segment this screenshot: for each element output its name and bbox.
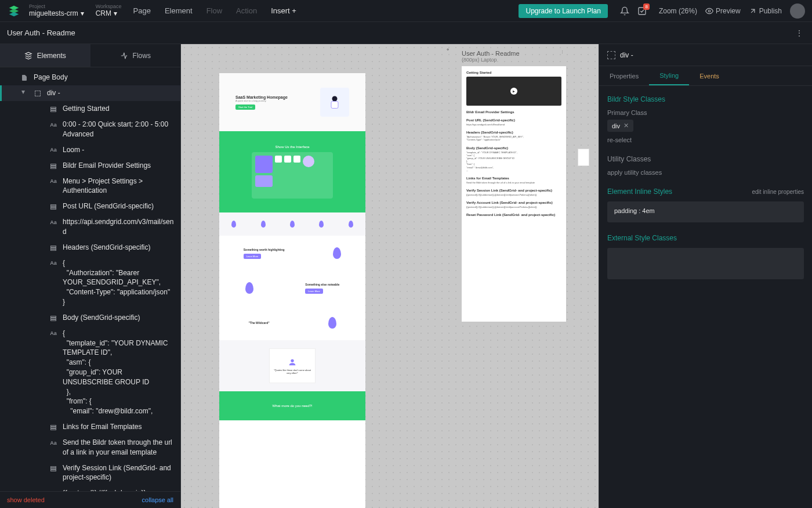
tree-item[interactable]: ▾div - [0,85,180,101]
tree-item[interactable]: Aa0:00 - 2:00 Quick start; 2:00 - 5:00 A… [0,117,180,142]
footer-cta: What more do you need?! [219,391,365,420]
right-tabs: Properties Styling Events [599,66,812,86]
tree-label: Send the Bildr token through the url of … [63,438,175,457]
readme-h7: Verify Session Link (SendGrid- and proje… [466,189,561,192]
tree-item[interactable]: Headers (SendGrid-specific) [0,240,180,255]
inline-link[interactable]: edit inline properties [752,189,804,195]
tree-label: Bildr Email Provider Settings [63,161,175,171]
tree-item[interactable]: Aahttps://api.sendgrid.com/v3/mail/send [0,214,180,240]
inline-styles-box[interactable]: padding : 4em [607,201,804,222]
section-icon [49,202,58,211]
svg-rect-17 [51,425,56,426]
more-icon[interactable]: ⋮ [793,27,805,39]
text-icon: Aa [49,218,58,227]
chevron-down-icon: ▾ [114,9,117,17]
tab-events[interactable]: Events [689,66,730,85]
move-handle-icon[interactable]: ✥ [447,48,449,51]
readme-video: ▶ [466,77,561,106]
styling-panel: Bildr Style Classes Primary Class div✕ r… [599,86,812,508]
project-selector[interactable]: Project migueltests-crm▾ [29,4,84,17]
tab-elements[interactable]: Elements [0,44,90,67]
tree-item[interactable]: Aa{ "template_id": "YOUR DYNAMIC TEMPLAT… [0,326,180,419]
tree-item[interactable]: Aa{{protocol}}://{{subdomain}}.{{domain}… [0,485,180,491]
upgrade-button[interactable]: Upgrade to Launch Plan [519,4,607,18]
workspace-selector[interactable]: Workspace CRM▾ [96,4,122,17]
preview-button[interactable]: Preview [705,7,741,15]
preview-label: Preview [716,7,741,15]
tree-label: Body (SendGrid-specific) [63,313,175,323]
remove-class-icon[interactable]: ✕ [624,122,629,129]
left-tabs: Elements Flows [0,44,180,67]
reselect-link[interactable]: re-select [607,136,804,143]
element-tree[interactable]: Page Body▾div -Getting StartedAa0:00 - 2… [0,67,180,491]
element-icon [607,51,615,59]
collapse-all-link[interactable]: collapse all [142,496,173,503]
svg-rect-18 [51,427,56,428]
svg-rect-3 [51,109,56,110]
artboard-more-icon[interactable]: ⋮ [561,50,564,53]
readme-h6: Links for Email Templates [466,176,561,180]
tree-label: 0:00 - 2:00 Quick start; 2:00 - 5:00 Adv… [63,120,175,139]
hero-cta: Start the Trial [235,105,255,110]
tab-flows[interactable]: Flows [90,44,181,67]
publish-label: Publish [759,7,782,15]
readme-h2: Bildr Email Provider Settings [466,110,561,114]
tree-item[interactable]: Page Body [0,70,180,85]
tree-item[interactable]: Post URL (SendGrid-specific) [0,199,180,214]
svg-rect-13 [51,249,56,250]
external-heading: External Style Classes [607,234,804,242]
section-icon [49,243,58,253]
readme-h4: Headers (SendGrid-specific) [466,131,561,134]
zoom-label[interactable]: Zoom (26%) [659,7,697,15]
tree-item[interactable]: AaSend the Bildr token through the url o… [0,435,180,460]
show-deleted-link[interactable]: show deleted [7,496,45,503]
tab-flows-label: Flows [133,52,151,60]
tree-item[interactable]: Getting Started [0,101,180,117]
tree-item[interactable]: AaLoom - [0,142,180,158]
workspace-name: CRM [96,9,111,17]
menu-page[interactable]: Page [133,6,151,15]
left-panel: Elements Flows Page Body▾div -Getting St… [0,44,181,508]
bell-icon[interactable] [616,2,633,20]
selection-header: div - [599,44,812,66]
tree-item[interactable]: Bildr Email Provider Settings [0,158,180,174]
check-icon[interactable]: 8 [633,2,651,20]
mini-artboard[interactable] [578,149,589,166]
tab-properties[interactable]: Properties [599,66,649,85]
tree-item[interactable]: AaMenu > Project Settings > Authenticati… [0,174,180,199]
svg-rect-4 [51,111,56,112]
avatar[interactable] [790,3,805,19]
svg-point-1 [708,10,710,12]
svg-rect-30 [331,102,338,109]
publish-button[interactable]: Publish [749,7,782,15]
svg-rect-14 [51,316,56,317]
menu-insert[interactable]: Insert + [271,6,296,15]
menu-element[interactable]: Element [165,6,193,15]
artboard-readme[interactable]: ✥ User Auth - Readme (800px) Laptop ⋮ Ge… [462,66,566,322]
tree-item[interactable]: Aa{ "Authorization": "Bearer YOUR_SENDGR… [0,255,180,310]
workspace-label: Workspace [96,4,122,9]
app-logo-icon[interactable] [7,4,21,18]
page-title: User Auth - Readme [7,28,75,37]
quote-text: "Quotes like these don't come about very… [272,369,313,374]
menu-flow[interactable]: Flow [206,6,222,15]
tab-styling[interactable]: Styling [649,66,689,85]
utility-link[interactable]: apply utility classes [607,169,804,176]
svg-rect-21 [51,468,56,469]
svg-rect-8 [51,205,56,206]
canvas[interactable]: SaaS Marketing Homepage A quick start to… [181,44,599,508]
tree-label: Page Body [34,73,175,82]
menu-action[interactable]: Action [236,6,257,15]
section-icon [49,314,58,323]
artboard-main[interactable]: SaaS Marketing Homepage A quick start to… [219,73,365,508]
tree-item[interactable]: Links for Email Templates [0,419,180,435]
caret-icon[interactable]: ▾ [21,88,28,95]
tree-footer: show deleted collapse all [0,491,180,508]
tree-item[interactable]: Body (SendGrid-specific) [0,310,180,326]
tree-item[interactable]: Verify Session Link (SendGrid- and proje… [0,460,180,486]
style-classes-heading: Bildr Style Classes [607,95,804,103]
primary-class-chip[interactable]: div✕ [607,120,633,132]
external-styles-box[interactable] [607,248,804,279]
hero-sub: A quick start to a long journey. [235,99,288,102]
readme-h5: Body (SendGrid-specific) [466,146,561,150]
